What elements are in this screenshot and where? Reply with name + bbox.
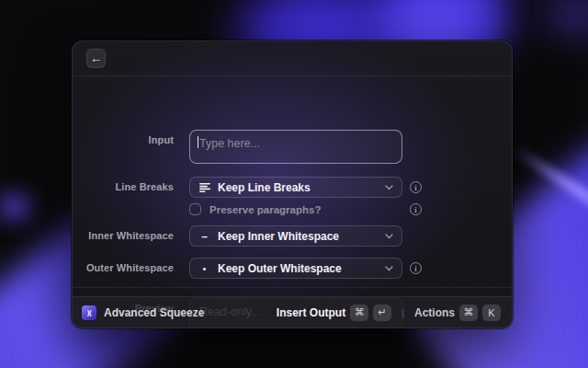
line-breaks-value: Keep Line Breaks bbox=[218, 181, 311, 194]
footer-divider: | bbox=[401, 307, 404, 318]
outer-whitespace-label: Outer Whitespace bbox=[73, 262, 174, 273]
insert-output-button[interactable]: Insert Output ⌘ ↵ bbox=[275, 303, 393, 323]
actions-label: Actions bbox=[414, 306, 455, 319]
outer-whitespace-info-icon[interactable]: i bbox=[410, 262, 422, 274]
chevron-down-icon bbox=[385, 185, 393, 190]
footer-actions: Insert Output ⌘ ↵ | Actions ⌘ K bbox=[275, 303, 503, 323]
raycast-extension-window: ← Input Line Breaks Keep Line Breaks bbox=[72, 40, 513, 328]
input-textarea[interactable] bbox=[189, 130, 402, 164]
preserve-paragraphs-label[interactable]: Preserve paragraphs? bbox=[209, 204, 321, 215]
section-divider bbox=[73, 287, 512, 288]
line-breaks-info-icon[interactable]: i bbox=[410, 181, 422, 193]
return-key-badge: ↵ bbox=[373, 305, 391, 321]
input-label: Input bbox=[73, 134, 174, 145]
command-key-badge: ⌘ bbox=[459, 305, 478, 321]
dash-icon: – bbox=[198, 230, 210, 243]
line-breaks-dropdown[interactable]: Keep Line Breaks bbox=[189, 177, 402, 198]
wallpaper-blob bbox=[0, 179, 46, 235]
k-key-badge: K bbox=[482, 305, 501, 321]
preserve-paragraphs-checkbox[interactable] bbox=[189, 203, 201, 215]
inner-whitespace-label: Inner Whitespace bbox=[73, 230, 174, 241]
command-key-badge: ⌘ bbox=[350, 305, 368, 321]
input-field-wrap bbox=[189, 130, 402, 164]
chevron-down-icon bbox=[385, 266, 393, 271]
back-button[interactable]: ← bbox=[86, 49, 106, 68]
outer-whitespace-dropdown[interactable]: • Keep Outer Whitespace bbox=[189, 258, 402, 279]
chevron-down-icon bbox=[385, 234, 393, 239]
extension-icon: )( bbox=[82, 305, 96, 320]
back-arrow-icon: ← bbox=[90, 52, 102, 64]
actions-button[interactable]: Actions ⌘ K bbox=[413, 303, 503, 323]
inner-whitespace-dropdown[interactable]: – Keep Inner Whitespace bbox=[189, 225, 402, 247]
footer-bar: )( Advanced Squeeze Insert Output ⌘ ↵ | … bbox=[73, 296, 512, 328]
text-caret bbox=[198, 136, 198, 148]
extension-name: Advanced Squeeze bbox=[104, 306, 204, 319]
preserve-paragraphs-info-icon[interactable]: i bbox=[410, 203, 422, 215]
line-breaks-label: Line Breaks bbox=[73, 181, 174, 192]
bullet-icon: • bbox=[198, 263, 210, 274]
form-body: Input Line Breaks Keep Line Breaks i bbox=[73, 77, 512, 296]
line-breaks-icon bbox=[198, 183, 210, 192]
insert-output-label: Insert Output bbox=[277, 306, 345, 319]
inner-whitespace-value: Keep Inner Whitespace bbox=[218, 230, 339, 243]
outer-whitespace-value: Keep Outer Whitespace bbox=[218, 262, 342, 275]
window-header: ← bbox=[73, 41, 512, 76]
